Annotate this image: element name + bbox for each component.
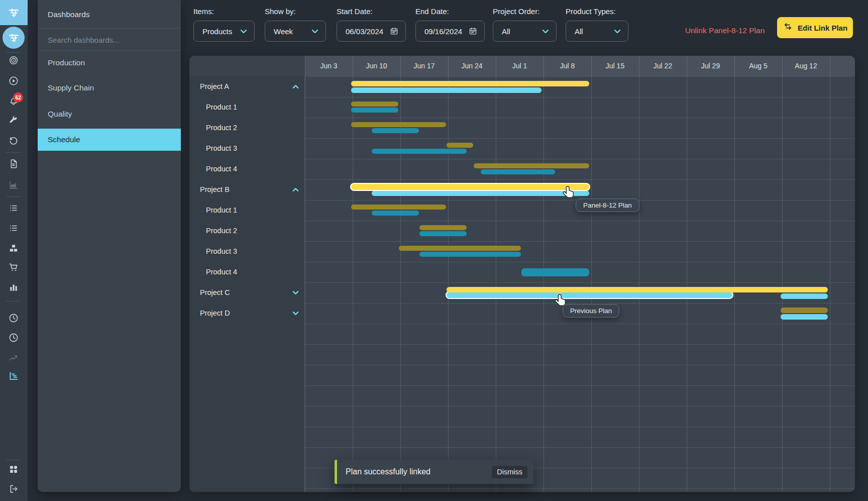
chevron-down-icon [311, 29, 318, 34]
product-row-label[interactable]: Product 2 [206, 221, 237, 241]
history-icon[interactable] [7, 134, 21, 148]
gantt-bar-previous[interactable] [481, 169, 555, 174]
gantt-bar-plan[interactable] [351, 122, 446, 127]
gantt-bar-plan[interactable] [351, 184, 589, 190]
rail-divider [6, 52, 21, 53]
list-icon[interactable] [7, 201, 21, 215]
chevron-down-icon [240, 29, 247, 34]
sidebar-item-production[interactable]: Production [38, 51, 181, 74]
date-input-start-date[interactable]: 06/03/2024 [337, 21, 406, 42]
gantt-bar-plan[interactable] [447, 287, 828, 292]
toast-dismiss-button[interactable]: Dismiss [492, 466, 527, 478]
gantt-bar-plan[interactable] [419, 225, 467, 230]
gantt-bar-plan[interactable] [447, 143, 473, 148]
chevron-down-icon[interactable] [292, 303, 300, 324]
filter-label-items: Items: [193, 7, 214, 16]
gantt-chart-icon[interactable] [7, 369, 21, 383]
chevron-down-icon [614, 29, 621, 34]
dropdown-items[interactable]: Products [193, 21, 255, 42]
gantt-bar-plan[interactable] [399, 246, 521, 251]
column-header-week: Jul 15 [591, 56, 639, 76]
project-row-label[interactable]: Project C [200, 282, 230, 303]
gantt-bar-plan[interactable] [351, 205, 446, 210]
gantt-bar-plan[interactable] [781, 308, 828, 313]
gantt-bar-plan[interactable] [351, 102, 398, 107]
gantt-bar-previous[interactable] [781, 293, 828, 299]
sidebar-item-quality[interactable]: Quality [38, 103, 181, 126]
gantt-bar-previous[interactable] [351, 87, 541, 93]
chevron-up-icon[interactable] [292, 179, 300, 200]
toast-notification: Plan successfully linked Dismiss [335, 460, 533, 484]
gantt-bar-previous[interactable] [372, 128, 419, 133]
gantt-bar-previous[interactable] [447, 292, 732, 298]
bar-chart-icon[interactable] [7, 280, 21, 294]
gantt-bar-previous[interactable] [419, 252, 521, 257]
hand-cursor [554, 293, 569, 310]
product-row-label[interactable]: Product 4 [206, 159, 237, 179]
product-row-label[interactable]: Product 1 [206, 97, 237, 118]
edit-link-plan-label: Edit Link Plan [798, 24, 847, 32]
gantt-bar-previous[interactable] [781, 314, 828, 320]
date-input-end-date[interactable]: 09/16/2024 [415, 21, 485, 42]
play-circle-icon[interactable] [7, 74, 21, 88]
toast-message: Plan successfully linked [337, 467, 492, 476]
dashboard-search-input[interactable] [38, 29, 181, 51]
app-logo-icon[interactable] [0, 0, 28, 25]
wrench-icon[interactable] [7, 113, 21, 127]
rail-divider [6, 301, 21, 302]
cart-icon[interactable] [7, 260, 21, 274]
dropdown-product-types[interactable]: All [566, 21, 628, 42]
filter-value: Week [274, 27, 311, 36]
gantt-bar-plan[interactable] [474, 163, 589, 168]
filter-value: All [502, 27, 542, 36]
product-row-label[interactable]: Product 1 [206, 200, 237, 221]
target-icon[interactable] [7, 53, 21, 67]
filter-label-start-date: Start Date: [337, 7, 373, 16]
column-header-week: Jun 24 [448, 56, 496, 76]
dropdown-project-order[interactable]: All [493, 21, 557, 42]
gantt-bar-previous[interactable] [419, 231, 467, 236]
product-row-label[interactable]: Product 3 [206, 138, 237, 159]
project-row-label[interactable]: Project B [200, 179, 230, 200]
column-header-week: Aug 12 [782, 56, 830, 76]
file-text-icon[interactable] [7, 157, 21, 171]
column-header-week: Aug 5 [734, 56, 782, 76]
calendar-icon [469, 27, 477, 36]
hand-cursor [562, 185, 577, 202]
unlink-plan-link[interactable]: Unlink Panel-8-12 Plan [680, 26, 770, 35]
gantt-bar-previous[interactable] [372, 190, 589, 196]
grid-icon[interactable] [7, 462, 21, 476]
chevron-down-icon[interactable] [292, 282, 300, 303]
icon-rail: 62 [0, 0, 28, 501]
product-row-label[interactable]: Product 3 [206, 241, 237, 262]
dropdown-show-by[interactable]: Week [265, 21, 326, 42]
clock-icon[interactable] [7, 331, 21, 345]
link-arrows-icon [783, 22, 793, 34]
logout-icon[interactable] [7, 482, 21, 496]
rail-divider [6, 196, 21, 197]
product-row-label[interactable]: Product 2 [206, 118, 237, 138]
project-row-label[interactable]: Project D [200, 303, 230, 324]
gantt-bar-previous[interactable] [521, 268, 589, 276]
sidebar-item-schedule[interactable]: Schedule [38, 129, 181, 151]
filter-value: Products [202, 27, 240, 36]
bar-tooltip-panel-plan: Panel-8-12 Plan [576, 198, 639, 212]
project-row-label[interactable]: Project A [200, 76, 229, 97]
edit-link-plan-button[interactable]: Edit Link Plan [777, 17, 853, 38]
sidebar-item-supply-chain[interactable]: Supply Chain [38, 76, 181, 99]
column-header-week [830, 56, 855, 76]
chevron-up-icon[interactable] [292, 76, 300, 97]
filter-label-show-by: Show by: [265, 7, 296, 16]
boxes-icon[interactable] [7, 241, 21, 255]
gantt-bar-previous[interactable] [372, 149, 467, 154]
list-icon[interactable] [7, 221, 21, 235]
gantt-bar-previous[interactable] [351, 108, 398, 113]
gantt-bar-plan[interactable] [351, 81, 589, 86]
gantt-bar-previous[interactable] [372, 211, 419, 216]
schedule-app: 62 Dashboards ProductionSupply ChainQual… [0, 0, 868, 501]
sidebar-title[interactable]: Dashboards [38, 0, 181, 29]
area-chart-icon [7, 178, 21, 192]
user-avatar[interactable] [3, 27, 25, 49]
clock-icon[interactable] [7, 311, 21, 325]
product-row-label[interactable]: Product 4 [206, 262, 237, 282]
